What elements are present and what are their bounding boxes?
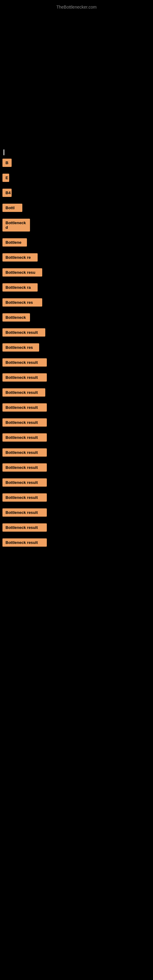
bottleneck-row: Bottleneck result [0, 372, 153, 384]
bottleneck-items-container: | BEB4BottlBottleneck dBottleneBottlenec… [0, 147, 153, 552]
bottleneck-row: Bottl [0, 202, 153, 214]
bottleneck-row: Bottleneck result [0, 417, 153, 429]
bottleneck-row: Bottleneck result [0, 462, 153, 474]
pipe-separator: | [0, 147, 153, 157]
bottleneck-row: Bottleneck result [0, 537, 153, 549]
bottleneck-item[interactable]: Bottleneck result [2, 373, 47, 382]
bottleneck-row: Bottleneck result [0, 477, 153, 489]
bottleneck-row: Bottleneck ra [0, 282, 153, 294]
bottleneck-item[interactable]: Bottleneck result [2, 418, 47, 426]
bottleneck-item[interactable]: Bottleneck re [2, 253, 38, 261]
bottleneck-item[interactable]: Bottleneck result [2, 523, 47, 531]
bottleneck-item[interactable]: Bottleneck result [2, 478, 47, 487]
bottleneck-row: Bottleneck re [0, 252, 153, 264]
bottleneck-row: Bottleneck res [0, 342, 153, 354]
bottleneck-item[interactable]: Bottleneck res [2, 343, 39, 352]
bottleneck-row: E [0, 172, 153, 184]
bottleneck-row: Bottleneck d [0, 217, 153, 234]
bottleneck-row: Bottlene [0, 237, 153, 249]
bottleneck-item[interactable]: Bottleneck result [2, 388, 45, 396]
bottleneck-item[interactable]: Bottleneck d [2, 219, 30, 232]
bottleneck-row: Bottleneck result [0, 507, 153, 519]
bottleneck-item[interactable]: Bottl [2, 204, 22, 212]
bottleneck-row: Bottleneck [0, 312, 153, 324]
bottleneck-item[interactable]: Bottleneck resu [2, 268, 42, 277]
bottleneck-item[interactable]: Bottleneck result [2, 449, 47, 457]
bottleneck-item[interactable]: Bottleneck result [2, 538, 47, 547]
bottleneck-row: Bottleneck result [0, 387, 153, 399]
bottleneck-row: Bottleneck result [0, 432, 153, 444]
bottleneck-item[interactable]: Bottleneck result [2, 328, 45, 337]
bottleneck-item[interactable]: Bottleneck result [2, 403, 47, 412]
bottleneck-item[interactable]: B [2, 159, 12, 167]
bottleneck-item[interactable]: E [2, 173, 9, 182]
bottleneck-item[interactable]: Bottleneck res [2, 298, 42, 307]
bottleneck-row: Bottleneck result [0, 402, 153, 414]
bottleneck-row: B4 [0, 187, 153, 199]
bottleneck-row: Bottleneck result [0, 357, 153, 369]
bottleneck-row: Bottleneck result [0, 447, 153, 459]
bottleneck-row: Bottleneck resu [0, 267, 153, 279]
bottleneck-row: B [0, 157, 153, 169]
bottleneck-row: Bottleneck result [0, 327, 153, 339]
bottleneck-item[interactable]: Bottleneck result [2, 463, 47, 472]
bottleneck-row: Bottleneck result [0, 492, 153, 504]
bottleneck-item[interactable]: Bottleneck result [2, 508, 47, 517]
bottleneck-item[interactable]: Bottleneck result [2, 433, 47, 442]
bottleneck-item[interactable]: B4 [2, 189, 12, 197]
bottleneck-item[interactable]: Bottleneck result [2, 358, 47, 367]
bottleneck-item[interactable]: Bottleneck ra [2, 283, 38, 291]
bottleneck-row: Bottleneck result [0, 522, 153, 534]
bottleneck-item[interactable]: Bottlene [2, 238, 27, 247]
bottleneck-row: Bottleneck res [0, 297, 153, 309]
bottleneck-item[interactable]: Bottleneck [2, 313, 30, 321]
bottleneck-item[interactable]: Bottleneck result [2, 493, 47, 502]
items-list: BEB4BottlBottleneck dBottleneBottleneck … [0, 157, 153, 549]
chart-area [0, 9, 153, 141]
